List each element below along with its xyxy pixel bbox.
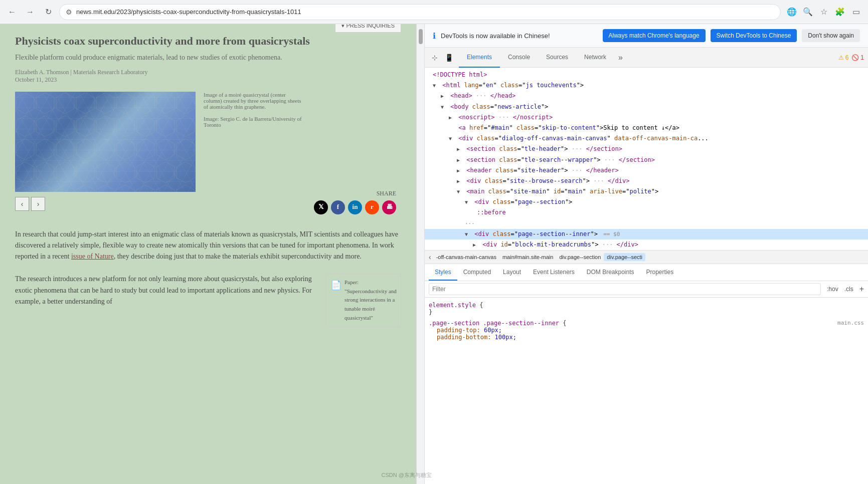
image-caption-credit: Image: Sergio C. de la Barrera/Universit…	[204, 116, 304, 128]
article-body-p1: In research that could jump-start intere…	[15, 229, 401, 263]
back-button[interactable]: ←	[5, 5, 19, 19]
article-meta: Elizabeth A. Thomson | Materials Researc…	[15, 69, 401, 84]
tab-console[interactable]: Console	[500, 48, 538, 68]
scrollbar[interactable]	[416, 24, 424, 484]
expand-dialog[interactable]: ▼	[449, 135, 455, 143]
address-bar[interactable]: ⚙ news.mit.edu/2023/physicists-coax-supe…	[59, 4, 781, 20]
article-date: October 11, 2023	[15, 76, 401, 84]
css-selector-element: element.style {	[429, 302, 864, 309]
select-element-icon[interactable]: ⊹	[429, 52, 441, 64]
tree-line-body[interactable]: ▼ <body class="news-article">	[425, 102, 868, 112]
css-rule-close: }	[429, 309, 864, 316]
expand-main[interactable]: ▼	[457, 188, 463, 196]
breadcrumb-item-section[interactable]: div.page--section	[556, 253, 604, 261]
forward-button[interactable]: →	[23, 5, 37, 19]
tree-dots: ···	[465, 220, 475, 227]
css-prop-padding-top: padding-top: 60px;	[429, 327, 864, 334]
expand-body[interactable]: ▼	[441, 103, 447, 111]
translate-icon[interactable]: 🌐	[785, 5, 799, 19]
press-inquiries-button[interactable]: ▾ PRESS INQUIRIES	[335, 24, 401, 33]
tree-line-browse-search[interactable]: ▶ <div class="site--browse--search"> ···…	[425, 176, 868, 186]
tree-line-section-tle[interactable]: ▶ <section class="tle-header"> ··· </sec…	[425, 144, 868, 154]
breadcrumb-item-canvas[interactable]: -off-canvas-main-canvas	[433, 253, 499, 261]
expand-page-section-inner[interactable]: ▼	[465, 230, 471, 238]
dont-show-again-button[interactable]: Don't show again	[802, 29, 860, 42]
expand-head[interactable]: ▶	[441, 92, 447, 100]
tree-line-breadcrumbs-div[interactable]: ▶ <div id="block-mit-breadcrumbs"> ··· <…	[425, 239, 868, 250]
devtools-tabs: Elements Console Sources Network »	[459, 48, 836, 68]
filter-input[interactable]	[429, 283, 821, 295]
next-image-button[interactable]: ›	[31, 197, 45, 211]
more-tabs-button[interactable]: »	[614, 48, 627, 68]
styles-panel-tabs: Styles Computed Layout Event Listeners D…	[425, 264, 868, 281]
tab-properties[interactable]: Properties	[640, 265, 680, 281]
tree-line-dialog-div[interactable]: ▼ <div class="dialog-off-canvas-main-can…	[425, 133, 868, 144]
always-match-button[interactable]: Always match Chrome's language	[603, 29, 706, 42]
tab-dom-breakpoints[interactable]: DOM Breakpoints	[581, 265, 640, 281]
devtools-notification: ℹ DevTools is now available in Chinese! …	[425, 24, 868, 48]
css-panel: element.style { } .page--section .page--…	[425, 298, 868, 484]
expand-browse[interactable]: ▶	[457, 177, 463, 185]
tab-computed[interactable]: Computed	[457, 265, 497, 281]
selected-marker: == $0	[603, 231, 620, 237]
tree-line-section-search[interactable]: ▶ <section class="tle-search--wrapper"> …	[425, 155, 868, 165]
expand-search[interactable]: ▶	[457, 156, 463, 164]
refresh-button[interactable]: ↻	[41, 5, 55, 19]
tab-sources[interactable]: Sources	[538, 48, 576, 68]
tree-line-header[interactable]: ▶ <header class="site-header"> ··· </hea…	[425, 165, 868, 176]
prev-image-button[interactable]: ‹	[15, 197, 29, 211]
error-icon: 🚫	[851, 54, 859, 61]
html-tree[interactable]: <!DOCTYPE html> ▼ <html lang="en" class=…	[425, 68, 868, 250]
article-panel: ▾ PRESS INQUIRIES Physicists coax superc…	[0, 24, 416, 484]
tree-line-page-section-inner[interactable]: ▼ <div class="page--section--inner"> == …	[425, 229, 868, 239]
tree-line-doctype[interactable]: <!DOCTYPE html>	[425, 70, 868, 80]
device-toggle-icon[interactable]: 📱	[443, 52, 455, 64]
bookmark-icon[interactable]: ☆	[817, 5, 831, 19]
nature-link[interactable]: issue of Nature	[71, 253, 114, 260]
breadcrumb-item-section-inner[interactable]: div.page--secti	[604, 253, 645, 261]
filter-bar: :hov .cls +	[425, 281, 868, 298]
tab-network[interactable]: Network	[576, 48, 614, 68]
css-prop-padding-bottom: padding-bottom: 100px;	[429, 334, 864, 341]
expand-html[interactable]: ▼	[433, 82, 439, 90]
paper-link-box[interactable]: 📄 Paper: "Superconductivity and strong i…	[326, 274, 401, 327]
switch-devtools-button[interactable]: Switch DevTools to Chinese	[711, 29, 797, 42]
extensions-icon[interactable]: 🧩	[833, 5, 847, 19]
tree-line-html[interactable]: ▼ <html lang="en" class="js touchevents"…	[425, 80, 868, 91]
zoom-icon[interactable]: 🔍	[801, 5, 815, 19]
warning-count: 6	[845, 54, 849, 61]
article-content: ▾ PRESS INQUIRIES Physicists coax superc…	[0, 24, 416, 337]
scrollbar-thumb[interactable]	[419, 29, 423, 44]
breadcrumb-bar: ‹ -off-canvas-main-canvas main#main.site…	[425, 250, 868, 264]
before-pseudo: ::before	[473, 209, 506, 216]
expand-noscript[interactable]: ▶	[449, 114, 455, 122]
expand-tle[interactable]: ▶	[457, 145, 463, 153]
tree-line-noscript[interactable]: ▶ <noscript> ··· </noscript>	[425, 112, 868, 123]
cls-filter-button[interactable]: .cls	[842, 286, 855, 293]
add-style-rule-button[interactable]: +	[859, 285, 864, 294]
article-body: SHARE 𝕏 f in r 🖶 In research that could …	[15, 229, 401, 327]
article-subtitle: Flexible platform could produce enigmati…	[15, 54, 401, 62]
breadcrumb-prev-button[interactable]: ‹	[427, 253, 433, 261]
css-rule-element-style: element.style { }	[429, 302, 864, 316]
expand-breadcrumbs[interactable]: ▶	[473, 241, 479, 249]
tree-line-dots[interactable]: ···	[425, 218, 868, 229]
tree-line-before-pseudo[interactable]: ::before	[425, 207, 868, 218]
tree-line-head[interactable]: ▶ <head> ··· </head>	[425, 91, 868, 101]
image-nav-arrows: ‹ ›	[15, 197, 196, 211]
tab-elements[interactable]: Elements	[459, 48, 500, 68]
hov-filter-button[interactable]: :hov	[825, 286, 840, 293]
tab-event-listeners[interactable]: Event Listeners	[527, 265, 581, 281]
tree-line-main[interactable]: ▼ <main class="site-main" id="main" aria…	[425, 186, 868, 197]
tree-line-page-section[interactable]: ▼ <div class="page--section">	[425, 197, 868, 207]
profile-icon[interactable]: ▭	[849, 5, 863, 19]
expand-page-section[interactable]: ▼	[465, 198, 471, 206]
tab-styles[interactable]: Styles	[429, 265, 457, 281]
tab-layout[interactable]: Layout	[497, 265, 527, 281]
error-badge: 🚫 1	[851, 54, 864, 61]
warning-badge: ⚠ 6	[838, 54, 849, 61]
breadcrumb-item-main[interactable]: main#main.site-main	[499, 253, 556, 261]
error-count: 1	[860, 54, 864, 61]
expand-header[interactable]: ▶	[457, 167, 463, 175]
tree-line-skip-link[interactable]: ▶ <a href="#main" class="skip-to-content…	[425, 123, 868, 133]
